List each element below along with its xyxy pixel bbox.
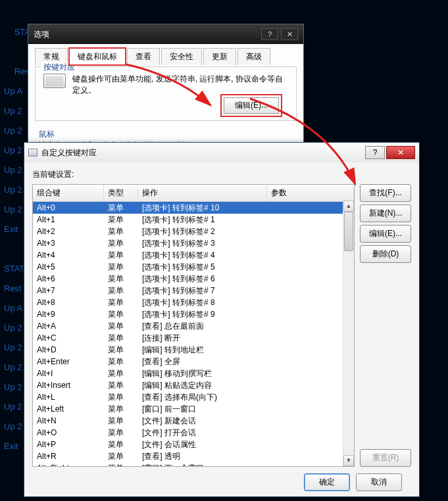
table-row[interactable]: Alt+Insert菜单[编辑] 粘贴选定内容 <box>33 379 354 391</box>
close-button[interactable]: ✕ <box>281 28 298 40</box>
scroll-thumb[interactable] <box>344 212 353 251</box>
find-button[interactable]: 查找(F)... <box>360 184 411 202</box>
help-button[interactable]: ? <box>261 28 278 40</box>
tab-1[interactable]: 键盘和鼠标 <box>69 48 126 65</box>
table-row[interactable]: Alt+3菜单[选项卡] 转到标签# 3 <box>33 237 354 249</box>
table-row[interactable]: Alt+Left菜单[窗口] 前一窗口 <box>33 403 354 415</box>
keymap-title: 自定义按键对应 <box>41 147 97 158</box>
options-window: 选项 ? ✕ 常规键盘和鼠标查看安全性更新高级 按键对应 键盘操作可由菜单功能,… <box>28 24 304 155</box>
col-combokey[interactable]: 组合键 <box>33 185 104 201</box>
scroll-down-button[interactable]: ▼ <box>343 455 354 466</box>
table-row[interactable]: Alt+9菜单[选项卡] 转到标签# 9 <box>33 308 354 320</box>
delete-button[interactable]: 删除(D) <box>360 245 411 263</box>
table-row[interactable]: Alt+D菜单[编辑] 转到地址栏 <box>33 344 354 356</box>
reset-button[interactable]: 重置(R) <box>360 449 411 467</box>
scroll-up-button[interactable]: ▲ <box>343 201 354 212</box>
table-row[interactable]: Alt+4菜单[选项卡] 转到标签# 4 <box>33 249 354 261</box>
table-row[interactable]: Alt+A菜单[查看] 总在最前面 <box>33 320 354 332</box>
table-row[interactable]: Alt+C菜单[连接] 断开 <box>33 332 354 344</box>
table-row[interactable]: Alt+5菜单[选项卡] 转到标签# 5 <box>33 261 354 273</box>
side-buttons: 查找(F)... 新建(N)... 编辑(E)... 删除(D) 重置(R) <box>360 184 411 467</box>
table-row[interactable]: Alt+O菜单[文件] 打开会话 <box>33 427 354 439</box>
edit-keymap-button[interactable]: 编辑(E)... <box>224 97 279 114</box>
vertical-scrollbar[interactable]: ▲ ▼ <box>343 201 354 466</box>
keymap-list[interactable]: 组合键 类型 操作 参数 Alt+0菜单[选项卡] 转到标签# 10Alt+1菜… <box>32 184 355 467</box>
tab-4[interactable]: 更新 <box>203 48 236 65</box>
options-title: 选项 <box>34 29 259 40</box>
scroll-track[interactable] <box>343 212 354 455</box>
table-row[interactable]: Alt+Enter菜单[查看] 全屏 <box>33 356 354 368</box>
table-row[interactable]: Alt+Right菜单[窗口] 下一个窗口 <box>33 462 354 466</box>
new-button[interactable]: 新建(N)... <box>360 204 411 222</box>
cancel-button[interactable]: 取消 <box>356 473 402 491</box>
tab-3[interactable]: 安全性 <box>161 48 202 65</box>
tab-2[interactable]: 查看 <box>127 48 160 65</box>
footer-buttons: 确定 取消 <box>32 467 411 491</box>
col-operation[interactable]: 操作 <box>138 185 267 201</box>
list-header[interactable]: 组合键 类型 操作 参数 <box>33 185 354 202</box>
group-description: 键盘操作可由菜单功能, 发送字符串, 运行脚本, 协议命令等自定义。 <box>72 74 288 96</box>
edit-button[interactable]: 编辑(E)... <box>360 225 411 243</box>
col-type[interactable]: 类型 <box>104 185 138 201</box>
col-param[interactable]: 参数 <box>267 185 354 201</box>
table-row[interactable]: Alt+6菜单[选项卡] 转到标签# 6 <box>33 273 354 285</box>
table-row[interactable]: Alt+8菜单[选项卡] 转到标签# 8 <box>33 297 354 308</box>
options-titlebar: 选项 ? ✕ <box>28 24 303 44</box>
current-keys-label: 当前键设置: <box>32 169 411 180</box>
keymap-titlebar: 自定义按键对应 ? ✕ <box>24 143 419 162</box>
table-row[interactable]: Alt+7菜单[选项卡] 转到标签# 7 <box>33 285 354 297</box>
mouse-section-label: 鼠标 <box>28 126 303 140</box>
table-row[interactable]: Alt+N菜单[文件] 新建会话 <box>33 415 354 427</box>
table-row[interactable]: Alt+1菜单[选项卡] 转到标签# 1 <box>33 214 354 226</box>
table-row[interactable]: Alt+P菜单[文件] 会话属性 <box>33 439 354 450</box>
table-row[interactable]: Alt+L菜单[查看] 选择布局(向下) <box>33 391 354 403</box>
keymap-group: 按键对应 键盘操作可由菜单功能, 发送字符串, 运行脚本, 协议命令等自定义。 … <box>35 66 297 121</box>
window-icon <box>28 149 37 156</box>
help-button[interactable]: ? <box>365 146 385 159</box>
ok-button[interactable]: 确定 <box>304 473 350 491</box>
close-button[interactable]: ✕ <box>386 146 415 159</box>
keymap-window: 自定义按键对应 ? ✕ 当前键设置: 组合键 类型 操作 参数 Alt+0菜单[… <box>24 142 420 497</box>
table-row[interactable]: Alt+R菜单[查看] 透明 <box>33 450 354 462</box>
keyboard-icon <box>43 74 66 88</box>
table-row[interactable]: Alt+I菜单[编辑] 移动到撰写栏 <box>33 368 354 379</box>
table-row[interactable]: Alt+2菜单[选项卡] 转到标签# 2 <box>33 226 354 237</box>
options-tabs: 常规键盘和鼠标查看安全性更新高级 <box>28 44 303 65</box>
tab-5[interactable]: 高级 <box>237 48 270 65</box>
table-row[interactable]: Alt+0菜单[选项卡] 转到标签# 10 <box>33 202 354 214</box>
